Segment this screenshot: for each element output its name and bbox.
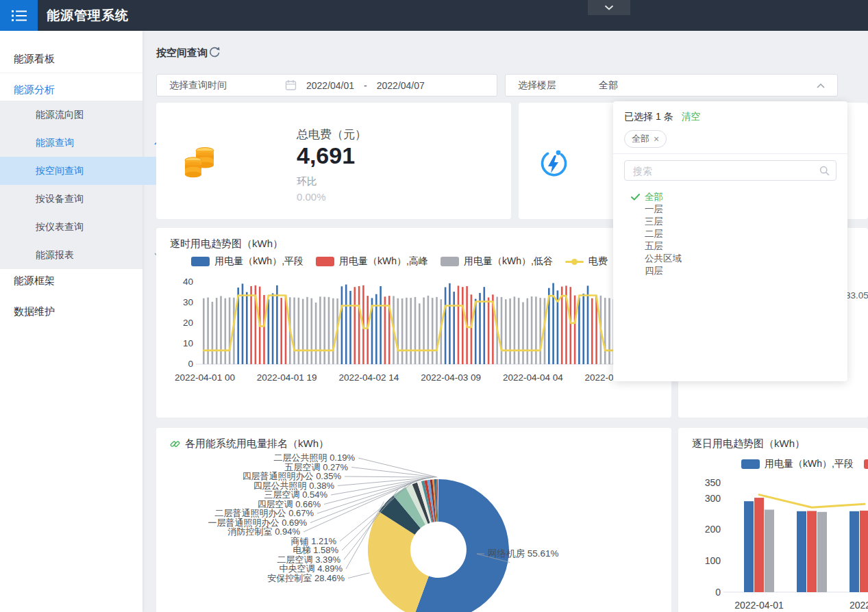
date-start-value: 2022/04/01 bbox=[306, 80, 354, 91]
daily-trend-card: 逐日用电趋势图（kWh） 用电量（kWh）,平段用电量（kWh）,高峰 0100… bbox=[678, 428, 868, 612]
floor-option-label: 五层 bbox=[645, 241, 663, 251]
floor-option-label: 一层 bbox=[645, 204, 663, 214]
hourly-chart-title: 逐时用电趋势图（kWh） bbox=[170, 238, 283, 251]
remove-tag-icon[interactable]: × bbox=[654, 133, 659, 144]
clear-selection-link[interactable]: 清空 bbox=[681, 111, 700, 122]
floor-option-label: 全部 bbox=[645, 192, 663, 202]
svg-text:40: 40 bbox=[183, 277, 193, 287]
legend-line-swatch bbox=[565, 261, 584, 263]
app-root: 能源管理系统 能源看板能源分析能源流向图能源查询按空间查询按设备查询按仪表查询能… bbox=[0, 0, 868, 612]
svg-text:消防控制室 0.94%: 消防控制室 0.94% bbox=[228, 526, 301, 537]
svg-text:2022-04-02 14: 2022-04-02 14 bbox=[338, 372, 399, 383]
ratio-value: 0.00% bbox=[297, 191, 326, 203]
floor-option-公共区域[interactable]: 公共区域 bbox=[613, 253, 847, 265]
floor-option-label: 三层 bbox=[645, 216, 663, 227]
floor-option-四层[interactable]: 四层 bbox=[613, 265, 847, 277]
floor-option-全部[interactable]: 全部 bbox=[613, 191, 847, 203]
sidebar: 能源看板能源分析能源流向图能源查询按空间查询按设备查询按仪表查询能源报表能源框架… bbox=[0, 31, 142, 612]
calendar-icon bbox=[285, 79, 297, 91]
total-cost-value: 4,691 bbox=[297, 142, 355, 169]
dropdown-divider bbox=[613, 153, 847, 154]
sidebar-item-label: 能源报表 bbox=[36, 249, 74, 260]
svg-text:2022-04-04 04: 2022-04-04 04 bbox=[503, 372, 563, 383]
selected-floor-tag-label: 全部 bbox=[632, 133, 649, 145]
topbar: 能源管理系统 bbox=[0, 0, 868, 31]
sidebar-item-数据维护[interactable]: 数据维护 bbox=[0, 297, 156, 325]
svg-text:20: 20 bbox=[183, 318, 193, 328]
legend-item[interactable]: 用电量（kWh）,平段 bbox=[191, 255, 303, 268]
selected-count-text: 已选择 1 条 bbox=[624, 111, 673, 122]
svg-text:2022-04-03: 2022-04-03 bbox=[850, 600, 868, 611]
date-end-value: 2022/04/07 bbox=[377, 80, 425, 91]
sidebar-item-按仪表查询[interactable]: 按仪表查询 bbox=[0, 213, 178, 241]
hamburger-menu-icon bbox=[11, 10, 27, 22]
app-title: 能源管理系统 bbox=[47, 0, 129, 31]
date-range-picker[interactable]: 选择查询时间 2022/04/01 - 2022/04/07 bbox=[156, 74, 497, 97]
svg-text:350: 350 bbox=[705, 477, 721, 488]
sidebar-item-label: 按设备查询 bbox=[36, 193, 84, 204]
sidebar-item-按空间查询[interactable]: 按空间查询 bbox=[0, 157, 178, 185]
topbar-collapse-button[interactable] bbox=[588, 0, 630, 15]
refresh-icon bbox=[208, 45, 221, 59]
hourly-chart-svg: 0102030402022-04-01 002022-04-01 192022-… bbox=[156, 270, 671, 394]
svg-text:2022-04-01 19: 2022-04-01 19 bbox=[257, 372, 317, 383]
sidebar-item-label: 能源分析 bbox=[14, 84, 55, 95]
svg-text:300: 300 bbox=[705, 493, 721, 504]
ratio-label: 环比 bbox=[297, 175, 317, 188]
floor-search-input[interactable] bbox=[632, 163, 813, 179]
daily-chart-svg: 01002003003502022-04-012022-04-03 bbox=[678, 428, 868, 612]
refresh-button[interactable] bbox=[208, 45, 221, 59]
sidebar-item-能源查询[interactable]: 能源查询 bbox=[0, 129, 178, 157]
svg-text:10: 10 bbox=[183, 338, 193, 348]
coins-icon bbox=[184, 144, 216, 179]
floor-option-二层[interactable]: 二层 bbox=[613, 228, 847, 240]
legend-label: 用电量（kWh）,高峰 bbox=[339, 255, 428, 268]
legend-bar-swatch bbox=[441, 257, 459, 266]
svg-text:2022-04-01: 2022-04-01 bbox=[734, 600, 784, 611]
floor-option-一层[interactable]: 一层 bbox=[613, 203, 847, 216]
page-title: 按空间查询 bbox=[156, 47, 208, 60]
floor-option-三层[interactable]: 三层 bbox=[613, 216, 847, 228]
legend-item[interactable]: 用电量（kWh）,低谷 bbox=[441, 255, 553, 268]
sidebar-item-按设备查询[interactable]: 按设备查询 bbox=[0, 185, 178, 213]
floor-select-label: 选择楼层 bbox=[518, 79, 556, 92]
selected-floor-tag[interactable]: 全部 × bbox=[624, 130, 667, 148]
search-icon bbox=[819, 165, 830, 177]
sidebar-item-能源流向图[interactable]: 能源流向图 bbox=[0, 101, 178, 129]
pie-chart-svg: 二层公共照明 0.19%五层空调 0.27%四层普通照明办公 0.35%四层公共… bbox=[156, 428, 671, 612]
sidebar-item-label: 能源框架 bbox=[14, 275, 55, 286]
floor-option-五层[interactable]: 五层 bbox=[613, 240, 847, 253]
svg-text:2022-04-03 09: 2022-04-03 09 bbox=[421, 372, 481, 383]
floor-option-label: 四层 bbox=[645, 266, 663, 276]
sidebar-item-label: 能源看板 bbox=[14, 53, 55, 64]
chevron-down-icon bbox=[604, 5, 614, 10]
legend-bar-swatch bbox=[316, 257, 334, 266]
svg-text:100: 100 bbox=[705, 555, 721, 566]
hamburger-menu-button[interactable] bbox=[0, 0, 38, 31]
svg-text:200: 200 bbox=[705, 524, 721, 535]
legend-item[interactable]: 用电量（kWh）,高峰 bbox=[316, 255, 428, 268]
dropdown-selected-count: 已选择 1 条 清空 bbox=[624, 111, 700, 123]
total-cost-label: 总电费（元） bbox=[297, 127, 367, 142]
floor-search-box bbox=[624, 160, 836, 181]
date-range-label: 选择查询时间 bbox=[169, 79, 227, 92]
hourly-trend-card: 逐时用电趋势图（kWh） 用电量（kWh）,平段用电量（kWh）,高峰用电量（k… bbox=[156, 228, 671, 418]
floor-options-list: 全部一层三层二层五层公共区域四层 bbox=[613, 191, 847, 277]
sidebar-item-能源分析[interactable]: 能源分析 bbox=[0, 75, 156, 103]
total-cost-card: 总电费（元） 4,691 环比 0.00% bbox=[156, 103, 511, 219]
sidebar-item-label: 按仪表查询 bbox=[36, 221, 84, 232]
chevron-up-icon bbox=[817, 84, 825, 88]
sidebar-item-能源报表[interactable]: 能源报表 bbox=[0, 241, 178, 269]
sidebar-item-label: 按空间查询 bbox=[36, 165, 84, 176]
floor-dropdown-panel: 已选择 1 条 清空 全部 × 全部一层三层二层五层公共区域四层 bbox=[613, 101, 847, 381]
floor-select[interactable]: 选择楼层 全部 bbox=[505, 74, 838, 97]
sidebar-item-能源看板[interactable]: 能源看板 bbox=[0, 44, 156, 73]
svg-text:安保控制室 28.46%: 安保控制室 28.46% bbox=[267, 573, 345, 583]
floor-select-value: 全部 bbox=[599, 79, 618, 92]
floor-option-label: 二层 bbox=[645, 229, 663, 239]
sidebar-item-能源框架[interactable]: 能源框架 bbox=[0, 266, 156, 294]
hourly-chart-legend: 用电量（kWh）,平段用电量（kWh）,高峰用电量（kWh）,低谷电费（元） bbox=[156, 255, 671, 268]
svg-text:0: 0 bbox=[188, 359, 193, 369]
sidebar-item-label: 能源流向图 bbox=[36, 109, 84, 120]
svg-text:2022-04-01 00: 2022-04-01 00 bbox=[175, 372, 235, 383]
